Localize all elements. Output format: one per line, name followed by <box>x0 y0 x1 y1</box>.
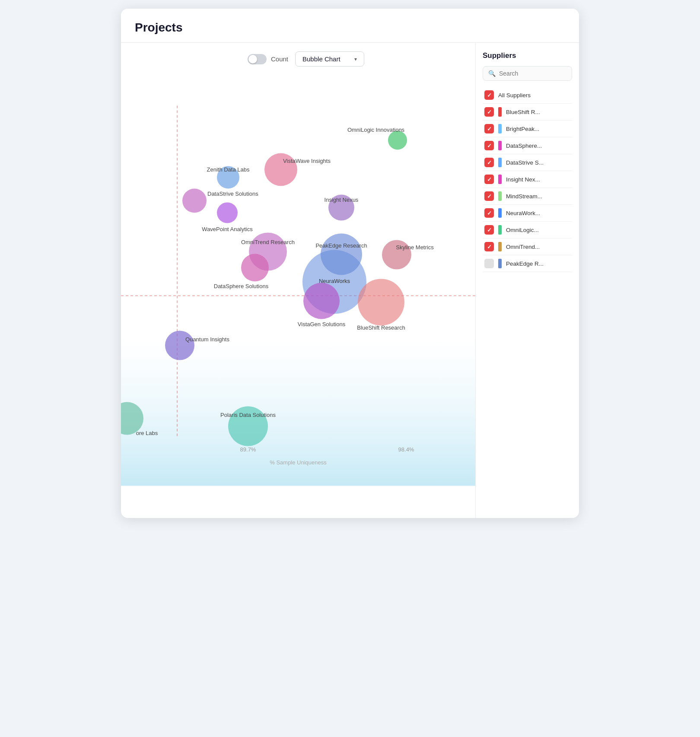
bubble-quantum[interactable] <box>165 331 194 360</box>
supplier-color-bar <box>498 259 502 268</box>
checkmark-icon: ✓ <box>487 109 492 115</box>
chart-section: Count Bubble Chart ▾ <box>121 43 475 518</box>
checkmark-icon: ✓ <box>487 227 492 233</box>
supplier-item[interactable]: ✓OmniTrend... <box>483 238 572 255</box>
supplier-color-bar <box>498 208 502 218</box>
supplier-name-label: DataSphere... <box>506 143 542 149</box>
count-toggle[interactable] <box>248 54 267 64</box>
supplier-checkbox[interactable]: ✓ <box>484 124 494 133</box>
label-datasphere: DataSphere Solutions <box>214 283 269 289</box>
suppliers-panel: Suppliers 🔍 ✓All Suppliers✓BlueShift R..… <box>475 43 579 518</box>
label-insight: Insight Nexus <box>325 197 359 203</box>
bubble-vistagen[interactable] <box>303 283 340 319</box>
supplier-name-label: All Suppliers <box>498 92 531 98</box>
supplier-checkbox[interactable]: ✓ <box>484 175 494 184</box>
search-box[interactable]: 🔍 <box>483 66 572 81</box>
supplier-checkbox[interactable]: ✓ <box>484 158 494 167</box>
supplier-color-bar <box>498 191 502 201</box>
label-corelabs: ore Labs <box>136 430 158 436</box>
supplier-item[interactable]: ✓BlueShift R... <box>483 104 572 121</box>
bubble-wavepoint[interactable] <box>217 203 238 223</box>
app-container: Projects Count Bubble Chart ▾ <box>121 9 579 518</box>
supplier-item[interactable]: ✓MindStream... <box>483 188 572 205</box>
supplier-checkbox[interactable]: ✓ <box>484 208 494 218</box>
header: Projects <box>121 9 579 43</box>
checkmark-icon: ✓ <box>487 176 492 183</box>
checkmark-icon: ✓ <box>487 210 492 216</box>
page-title: Projects <box>135 21 565 35</box>
label-blueshift: BlueShift Research <box>357 324 405 331</box>
supplier-name-label: BrightPeak... <box>506 126 539 132</box>
supplier-name-label: BlueShift R... <box>506 109 540 115</box>
dropdown-arrow-icon: ▾ <box>354 56 357 62</box>
bubble-datastrive[interactable] <box>182 189 207 213</box>
label-polaris: Polaris Data Solutions <box>220 412 276 418</box>
supplier-item[interactable]: ✓NeuraWork... <box>483 205 572 222</box>
label-omnitrend: OmniTrend Research <box>241 239 295 245</box>
label-quantum: Quantum Insights <box>185 336 229 343</box>
chart-controls: Count Bubble Chart ▾ <box>121 51 475 73</box>
checkmark-icon: ✓ <box>487 143 492 149</box>
supplier-item[interactable]: ✓Insight Nex... <box>483 171 572 188</box>
label-vistawave: VistaWave Insights <box>283 158 331 164</box>
label-skyline: Skyline Metrics <box>396 244 434 251</box>
bubble-chart-wrapper: OmniLogic Innovations VistaWave Insights… <box>121 73 475 518</box>
toggle-label: Count <box>271 55 288 63</box>
checkmark-icon: ✓ <box>487 92 492 98</box>
supplier-item[interactable]: ✓All Suppliers <box>483 87 572 104</box>
bubble-blueshift[interactable] <box>358 279 404 326</box>
supplier-color-bar <box>498 107 502 117</box>
x-tick-2: 98.4% <box>398 446 414 453</box>
supplier-item[interactable]: ✓OmniLogic... <box>483 222 572 238</box>
supplier-name-label: OmniLogic... <box>506 227 539 233</box>
label-datastrive: DataStrive Solutions <box>207 191 258 197</box>
supplier-checkbox[interactable]: ✓ <box>484 107 494 117</box>
bubble-omnilogic[interactable] <box>388 131 407 150</box>
supplier-item[interactable]: ✓BrightPeak... <box>483 121 572 137</box>
supplier-color-bar <box>498 124 502 133</box>
supplier-item[interactable]: ✓DataStrive S... <box>483 154 572 171</box>
supplier-item[interactable]: ✓DataSphere... <box>483 137 572 154</box>
toggle-container: Count <box>248 54 288 64</box>
label-omnilogic: OmniLogic Innovations <box>347 127 405 133</box>
label-wavepoint: WavePoint Analytics <box>202 226 253 232</box>
supplier-color-bar <box>498 141 502 150</box>
supplier-name-label: Insight Nex... <box>506 176 540 183</box>
supplier-checkbox[interactable]: ✓ <box>484 90 494 100</box>
suppliers-title: Suppliers <box>483 51 572 60</box>
supplier-name-label: MindStream... <box>506 193 542 200</box>
search-input[interactable] <box>499 70 566 77</box>
supplier-name-label: NeuraWork... <box>506 210 540 216</box>
checkmark-icon: ✓ <box>487 126 492 132</box>
supplier-color-bar <box>498 158 502 167</box>
x-axis-label: % Sample Uniqueness <box>270 459 327 466</box>
supplier-checkbox[interactable]: ✓ <box>484 225 494 235</box>
bubble-datasphere[interactable] <box>241 254 269 282</box>
search-icon: 🔍 <box>488 70 496 77</box>
supplier-list: ✓All Suppliers✓BlueShift R...✓BrightPeak… <box>483 87 572 272</box>
checkmark-icon: ✓ <box>487 159 492 166</box>
supplier-name-label: PeakEdge R... <box>506 260 544 267</box>
supplier-checkbox[interactable]: ✓ <box>484 242 494 251</box>
supplier-checkbox[interactable]: ✓ <box>484 141 494 150</box>
label-vistagen: VistaGen Solutions <box>298 321 346 327</box>
x-tick-1: 89.7% <box>240 446 256 453</box>
supplier-color-bar <box>498 175 502 184</box>
chart-type-label: Bubble Chart <box>302 55 340 63</box>
chart-type-dropdown[interactable]: Bubble Chart ▾ <box>295 51 364 67</box>
checkmark-icon: ✓ <box>487 244 492 250</box>
bubble-chart-svg: OmniLogic Innovations VistaWave Insights… <box>121 73 475 518</box>
label-peakedge: PeakEdge Research <box>315 242 367 249</box>
supplier-item[interactable]: PeakEdge R... <box>483 255 572 272</box>
supplier-color-bar <box>498 242 502 251</box>
supplier-checkbox[interactable] <box>484 259 494 268</box>
supplier-name-label: DataStrive S... <box>506 159 544 166</box>
supplier-checkbox[interactable]: ✓ <box>484 191 494 201</box>
checkmark-icon: ✓ <box>487 193 492 200</box>
content-area: Count Bubble Chart ▾ <box>121 43 579 518</box>
supplier-color-bar <box>498 225 502 235</box>
label-zenith: Zenith Data Labs <box>207 166 250 173</box>
supplier-name-label: OmniTrend... <box>506 244 540 250</box>
